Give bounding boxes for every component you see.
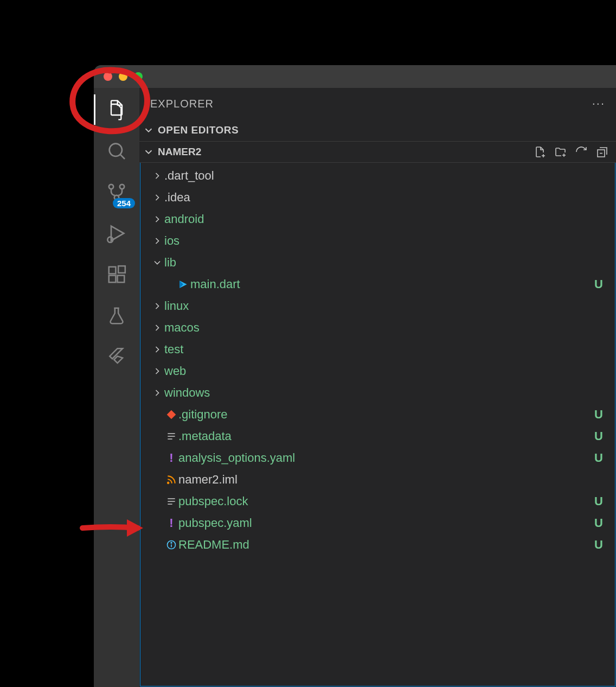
folder-row[interactable]: test xyxy=(140,339,615,360)
file-row[interactable]: .gitignoreU xyxy=(140,404,615,425)
tree-item-label: linux xyxy=(164,299,592,313)
activity-run-debug[interactable] xyxy=(104,220,130,246)
new-folder-button[interactable] xyxy=(554,145,567,158)
chevron-right-icon xyxy=(150,214,164,225)
tree-item-label: .gitignore xyxy=(178,408,592,422)
activity-search[interactable] xyxy=(104,138,130,164)
tree-item-label: web xyxy=(164,364,592,378)
file-row[interactable]: .metadataU xyxy=(140,425,615,447)
folder-row[interactable]: .dart_tool xyxy=(140,165,615,187)
window-zoom-button[interactable] xyxy=(134,72,143,81)
chevron-right-icon xyxy=(150,170,164,181)
chevron-right-icon xyxy=(150,366,164,377)
git-status: U xyxy=(592,408,605,422)
activity-flutter[interactable] xyxy=(104,344,130,370)
folder-row[interactable]: web xyxy=(140,360,615,382)
svg-point-2 xyxy=(109,185,113,189)
file-tree: .dart_tool.ideaandroidioslibmain.dartUli… xyxy=(140,163,615,686)
explorer-sidebar: EXPLORER ··· OPEN EDITORS NAMER2 xyxy=(139,88,616,687)
tree-item-label: pubspec.yaml xyxy=(178,516,592,530)
file-row[interactable]: README.mdU xyxy=(140,534,615,556)
svg-line-1 xyxy=(120,155,125,159)
chevron-down-icon xyxy=(150,257,164,268)
titlebar xyxy=(94,65,616,88)
folder-row[interactable]: android xyxy=(140,208,615,230)
tree-item-label: analysis_options.yaml xyxy=(178,451,592,465)
git-status: U xyxy=(592,494,605,508)
tree-item-label: ios xyxy=(164,234,592,248)
explorer-title: EXPLORER xyxy=(150,98,214,110)
vscode-window: 254 xyxy=(94,65,616,687)
svg-point-0 xyxy=(110,144,122,156)
refresh-button[interactable] xyxy=(575,145,588,158)
activity-source-control[interactable]: 254 xyxy=(104,179,130,205)
window-close-button[interactable] xyxy=(104,72,112,81)
git-status: U xyxy=(592,451,605,465)
activity-bar: 254 xyxy=(94,88,139,687)
collapse-all-button[interactable] xyxy=(595,145,608,158)
project-actions xyxy=(534,145,608,158)
folder-row[interactable]: ios xyxy=(140,230,615,252)
yaml-icon: ! xyxy=(164,517,178,529)
chevron-right-icon xyxy=(150,387,164,398)
svg-rect-8 xyxy=(109,276,116,283)
svg-point-3 xyxy=(120,185,124,189)
flutter-icon xyxy=(106,347,127,367)
file-row[interactable]: !analysis_options.yamlU xyxy=(140,447,615,469)
git-status: U xyxy=(592,277,605,291)
tree-item-label: macos xyxy=(164,321,592,335)
tree-item-label: windows xyxy=(164,386,592,400)
chevron-down-icon xyxy=(143,146,155,158)
info-icon xyxy=(164,539,178,550)
activity-testing[interactable] xyxy=(104,303,130,329)
tree-item-label: .metadata xyxy=(178,429,592,443)
file-row[interactable]: !pubspec.yamlU xyxy=(140,512,615,534)
folder-row[interactable]: linux xyxy=(140,295,615,317)
tree-item-label: .idea xyxy=(164,190,592,205)
files-icon xyxy=(106,99,127,120)
tree-item-label: lib xyxy=(164,256,592,270)
open-editors-label: OPEN EDITORS xyxy=(158,124,239,136)
window-minimize-button[interactable] xyxy=(119,72,127,81)
extensions-icon xyxy=(106,264,127,285)
tree-item-label: pubspec.lock xyxy=(178,494,592,508)
beaker-icon xyxy=(106,306,127,326)
chevron-right-icon xyxy=(150,344,164,355)
open-editors-section[interactable]: OPEN EDITORS xyxy=(139,119,616,141)
svg-point-20 xyxy=(168,482,169,484)
folder-row[interactable]: macos xyxy=(140,317,615,339)
tree-item-label: android xyxy=(164,212,592,226)
lines-icon xyxy=(164,431,178,442)
activity-explorer[interactable] xyxy=(104,97,130,123)
chevron-right-icon xyxy=(150,322,164,333)
explorer-header: EXPLORER ··· xyxy=(139,88,616,119)
project-name: NAMER2 xyxy=(158,146,201,158)
chevron-right-icon xyxy=(150,192,164,203)
debug-icon xyxy=(106,222,127,244)
file-row[interactable]: namer2.iml xyxy=(140,469,615,491)
activity-extensions[interactable] xyxy=(104,262,130,288)
chevron-down-icon xyxy=(143,124,155,136)
git-icon xyxy=(164,409,178,420)
file-row[interactable]: pubspec.lockU xyxy=(140,491,615,512)
chevron-right-icon xyxy=(150,301,164,311)
tree-item-label: test xyxy=(164,342,592,357)
dart-icon xyxy=(176,279,190,290)
folder-row[interactable]: windows xyxy=(140,382,615,404)
search-icon xyxy=(106,140,127,162)
tree-item-label: namer2.iml xyxy=(178,473,592,487)
explorer-more-actions[interactable]: ··· xyxy=(592,97,605,111)
rss-icon xyxy=(164,474,178,485)
folder-row[interactable]: .idea xyxy=(140,187,615,208)
folder-row[interactable]: lib xyxy=(140,252,615,273)
new-file-button[interactable] xyxy=(534,145,547,158)
svg-rect-7 xyxy=(109,267,116,274)
git-status: U xyxy=(592,516,605,530)
scm-badge: 254 xyxy=(113,198,135,208)
project-section-header[interactable]: NAMER2 xyxy=(139,141,616,163)
file-row[interactable]: main.dartU xyxy=(140,273,615,295)
svg-rect-10 xyxy=(118,266,125,273)
tree-item-label: .dart_tool xyxy=(164,169,592,183)
yaml-icon: ! xyxy=(164,452,178,464)
git-status: U xyxy=(592,429,605,443)
